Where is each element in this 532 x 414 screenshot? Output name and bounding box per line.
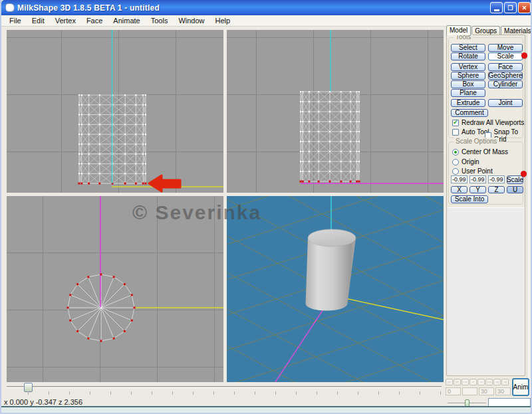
axis-u-button[interactable]: U bbox=[507, 186, 523, 193]
front-wireframe-canvas bbox=[7, 30, 223, 193]
minimize-icon bbox=[494, 9, 499, 11]
tab-model[interactable]: Model bbox=[446, 25, 471, 35]
app-icon bbox=[5, 3, 15, 12]
checkbox-icon bbox=[452, 129, 459, 136]
cylinder-tool-button[interactable]: Cylinder bbox=[488, 80, 523, 88]
scale-options-label: Scale Options bbox=[454, 138, 499, 145]
origin-label: Origin bbox=[462, 158, 479, 165]
3d-canvas bbox=[227, 196, 444, 382]
next-keyframe-button[interactable]: >| bbox=[493, 379, 501, 385]
center-of-mass-label: Center Of Mass bbox=[462, 148, 508, 155]
restore-icon: ❐ bbox=[507, 5, 513, 11]
watermark: © Severinka bbox=[132, 201, 261, 224]
timeline-thumb[interactable] bbox=[24, 383, 33, 392]
menu-face[interactable]: Face bbox=[81, 16, 108, 25]
user-point-label: User Point bbox=[462, 167, 493, 175]
frame-end-field[interactable] bbox=[479, 387, 494, 395]
axis-x-button[interactable]: X bbox=[451, 186, 467, 193]
scale-y-input[interactable] bbox=[469, 175, 486, 183]
fast-rewind-button[interactable]: << bbox=[462, 379, 469, 385]
timeline-track[interactable] bbox=[7, 386, 442, 388]
close-button[interactable]: ✕ bbox=[518, 2, 531, 13]
go-to-start-button[interactable]: |< bbox=[446, 379, 453, 385]
menu-window[interactable]: Window bbox=[173, 16, 209, 25]
move-tool-button[interactable]: Move bbox=[488, 44, 523, 52]
user-point-radio[interactable]: User Point bbox=[452, 167, 493, 175]
panel-right-strip bbox=[527, 25, 532, 397]
viewport-side[interactable] bbox=[227, 30, 444, 193]
top-wireframe-canvas bbox=[7, 196, 223, 382]
status-coordinates: x 0.000 y -0.347 z 2.356 bbox=[4, 398, 82, 406]
cylinder-body bbox=[306, 238, 356, 311]
center-of-mass-radio[interactable]: Center Of Mass bbox=[452, 148, 508, 155]
menu-tools[interactable]: Tools bbox=[146, 16, 174, 25]
axis-z-magenta bbox=[275, 304, 327, 382]
menu-vertex[interactable]: Vertex bbox=[50, 16, 81, 25]
redraw-all-viewports-label: Redraw All Viewports bbox=[462, 119, 524, 126]
cylinder-top bbox=[308, 229, 356, 247]
scale-z-input[interactable] bbox=[488, 175, 505, 183]
step-back-button[interactable]: < bbox=[469, 379, 477, 385]
radio-icon bbox=[452, 168, 459, 175]
frame-start-field[interactable] bbox=[446, 387, 461, 395]
window-title: MilkShape 3D 1.8.5 BETA 1 - untitled bbox=[17, 3, 160, 13]
tab-materials[interactable]: Materials bbox=[501, 26, 532, 35]
plane-tool-button[interactable]: Plane bbox=[451, 89, 485, 97]
select-tool-button[interactable]: Select bbox=[451, 44, 485, 52]
axis-z-button[interactable]: Z bbox=[488, 186, 505, 193]
redraw-all-viewports-checkbox[interactable]: Redraw All Viewports bbox=[452, 119, 524, 126]
rotate-tool-button[interactable]: Rotate bbox=[451, 52, 485, 60]
snap-to-grid-label: Snap To Grid bbox=[494, 128, 531, 143]
scale-apply-button[interactable]: Scale bbox=[507, 175, 523, 184]
axis-x-yellow bbox=[333, 296, 444, 320]
frame-current-field[interactable] bbox=[462, 387, 477, 395]
transport-controls: |< |< << < > >> >| >| bbox=[446, 379, 509, 385]
milkshape-window: MilkShape 3D 1.8.5 BETA 1 - untitled ❐ ✕… bbox=[0, 0, 532, 414]
scale-x-input[interactable] bbox=[451, 175, 467, 183]
menu-edit[interactable]: Edit bbox=[27, 16, 50, 25]
checkbox-checked-icon bbox=[452, 120, 459, 126]
viewport-front[interactable] bbox=[7, 30, 223, 193]
extrude-tool-button[interactable]: Extrude bbox=[451, 99, 485, 107]
axis-y-button[interactable]: Y bbox=[469, 186, 486, 193]
radio-icon bbox=[452, 159, 459, 165]
title-bar[interactable]: MilkShape 3D 1.8.5 BETA 1 - untitled ❐ ✕ bbox=[1, 0, 532, 15]
close-icon: ✕ bbox=[522, 5, 527, 11]
scale-tool-button[interactable]: Scale bbox=[488, 52, 523, 60]
frame-total-field[interactable] bbox=[495, 387, 511, 395]
fast-forward-button[interactable]: >> bbox=[485, 379, 493, 385]
panel-empty-area bbox=[448, 207, 525, 375]
sphere-tool-button[interactable]: Sphere bbox=[451, 72, 485, 80]
maximize-button[interactable]: ❐ bbox=[504, 2, 517, 13]
joint-tool-button[interactable]: Joint bbox=[488, 99, 523, 107]
viewport-3d[interactable] bbox=[227, 196, 444, 382]
prev-keyframe-button[interactable]: |< bbox=[454, 379, 461, 385]
radio-selected-icon bbox=[452, 149, 459, 155]
vertex-tool-button[interactable]: Vertex bbox=[451, 63, 485, 71]
annotation-dot-scale-tool bbox=[521, 52, 527, 58]
menu-file[interactable]: File bbox=[4, 16, 27, 25]
auto-tool-checkbox[interactable]: Auto Tool bbox=[452, 128, 489, 136]
minimize-button[interactable] bbox=[490, 2, 503, 13]
anim-button[interactable]: Anim bbox=[512, 378, 529, 396]
viewport-top[interactable] bbox=[7, 196, 223, 382]
timeline-ticks bbox=[28, 391, 442, 395]
side-wireframe-canvas bbox=[227, 30, 444, 193]
menu-animate[interactable]: Animate bbox=[108, 16, 145, 25]
window-bottom-edge bbox=[1, 407, 532, 414]
step-forward-button[interactable]: > bbox=[477, 379, 485, 385]
box-tool-button[interactable]: Box bbox=[451, 80, 485, 88]
face-tool-button[interactable]: Face bbox=[488, 63, 523, 71]
geosphere-tool-button[interactable]: GeoSphere bbox=[488, 72, 523, 80]
comment-button[interactable]: Comment bbox=[451, 109, 488, 117]
tab-groups[interactable]: Groups bbox=[471, 26, 500, 35]
panel-tabs: Model Groups Materials Joints bbox=[446, 25, 532, 35]
go-to-end-button[interactable]: >| bbox=[501, 379, 509, 385]
scale-into-button[interactable]: Scale Into bbox=[451, 195, 488, 203]
annotation-dot-scale-apply bbox=[521, 171, 527, 177]
origin-radio[interactable]: Origin bbox=[452, 158, 479, 165]
menu-help[interactable]: Help bbox=[210, 16, 236, 25]
